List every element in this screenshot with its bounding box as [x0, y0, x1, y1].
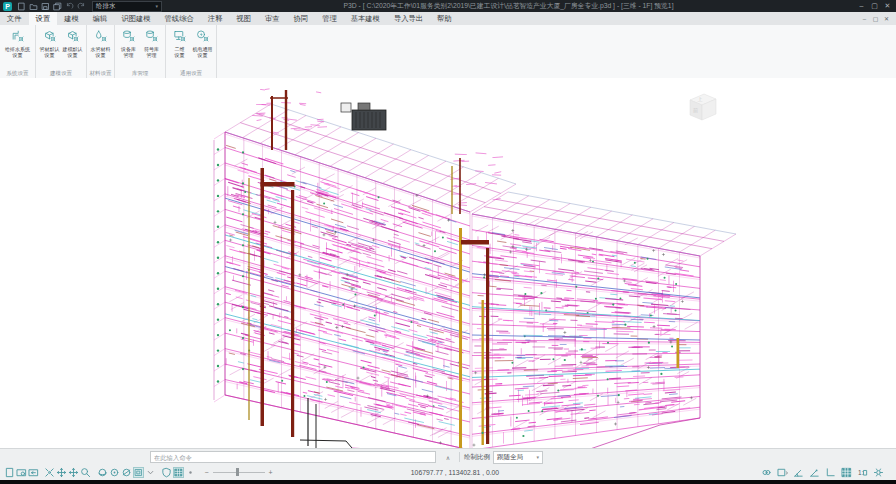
mep-general-settings-button[interactable]: 机电通用设置 [191, 27, 214, 59]
grid-mode-icon[interactable] [841, 467, 852, 478]
tab-drawing-modeling[interactable]: 识图建模 [114, 12, 157, 25]
orbit-icon[interactable] [97, 467, 108, 478]
tab-modeling[interactable]: 建模 [57, 12, 86, 25]
doc-close-button[interactable]: ✕ [881, 15, 892, 22]
open-file-icon[interactable] [28, 1, 38, 11]
2d-settings-button[interactable]: 二维设置 [168, 27, 191, 59]
zoom-out-button[interactable]: − [205, 469, 209, 476]
zoom-slider-track[interactable] [213, 472, 265, 473]
drawing-viewport[interactable]: 上前 [0, 78, 896, 448]
tab-settings[interactable]: 设置 [29, 12, 58, 25]
app-logo-icon: P [3, 2, 12, 11]
tab-file[interactable]: 文件 [0, 12, 29, 25]
bottom-strip [0, 480, 896, 484]
tab-pipeline-integration[interactable]: 管线综合 [158, 12, 201, 25]
zoom-slider-handle[interactable] [236, 468, 239, 476]
draw-scale-value: 跟随全局 [497, 453, 523, 462]
selection-cycling-icon[interactable] [777, 467, 788, 478]
doc-restore-button[interactable]: ▢ [870, 15, 881, 22]
tab-review[interactable]: 审查 [258, 12, 287, 25]
ribbon: 给排水系统设置系统设置管材默认设置建模默认设置建模设置水管材料设置材料设置设备库… [0, 25, 896, 79]
new-file-icon[interactable] [16, 1, 26, 11]
minimize-button[interactable]: – [855, 0, 868, 12]
save-all-icon[interactable] [52, 1, 62, 11]
shield-icon[interactable] [161, 467, 172, 478]
tab-edit[interactable]: 编辑 [86, 12, 115, 25]
zoom-slider[interactable]: − + [205, 469, 273, 476]
2d-settings-icon [173, 28, 186, 46]
tab-annotation[interactable]: 注释 [201, 12, 230, 25]
chevron-down-icon[interactable] [145, 467, 156, 478]
new-view-icon[interactable] [4, 467, 15, 478]
modeling-default-settings-button[interactable]: 建模默认设置 [61, 27, 84, 59]
button-label: 设置 [198, 52, 208, 58]
free-orbit-icon[interactable] [109, 467, 120, 478]
continuous-orbit-icon[interactable] [121, 467, 132, 478]
equipment-library-manage-icon [122, 28, 135, 46]
ribbon-group-label: 系统设置 [2, 68, 33, 78]
doc-minimize-button[interactable]: – [859, 16, 870, 22]
move-icon[interactable] [68, 467, 79, 478]
drafting-tools: 1: [758, 467, 886, 478]
zoom-previous-icon[interactable] [28, 467, 39, 478]
button-label: 管理 [147, 52, 157, 58]
svg-text:1:: 1: [858, 469, 864, 476]
object-snap-icon[interactable] [761, 467, 772, 478]
magnifier-icon[interactable] [80, 467, 91, 478]
button-label: 设置 [13, 52, 23, 58]
window-title: P3D - [ C:\2020年工作\01服务类别2\2019\已建工设计\品茗… [162, 1, 855, 11]
redo-icon[interactable] [76, 1, 86, 11]
equipment-library-manage-button[interactable]: 设备库管理 [117, 27, 140, 59]
svg-text:前: 前 [693, 107, 698, 113]
save-icon[interactable] [40, 1, 50, 11]
workspace-dropdown[interactable]: 给排水 ▾ [92, 1, 162, 12]
button-label: 设置 [45, 52, 55, 58]
zoom-extents-icon[interactable] [44, 467, 55, 478]
status-bar: − + 106797.77 , 113402.81 , 0.00 1: [0, 464, 896, 480]
pipe-material-settings-button[interactable]: 水管材料设置 [89, 27, 112, 59]
undo-icon[interactable] [64, 1, 74, 11]
document-window-controls: – ▢ ✕ [859, 12, 892, 25]
tab-help[interactable]: 帮助 [430, 12, 459, 25]
tab-import-export[interactable]: 导入导出 [387, 12, 430, 25]
pipe-default-settings-button[interactable]: 管材默认设置 [38, 27, 61, 59]
ribbon-group-label: 通用设置 [168, 68, 214, 78]
polar-tracking-icon[interactable] [809, 467, 820, 478]
draw-scale-label: 绘制比例 [464, 453, 490, 462]
close-button[interactable]: ✕ [881, 0, 894, 12]
tab-management[interactable]: 管理 [315, 12, 344, 25]
ribbon-group-system-settings: 给排水系统设置系统设置 [0, 25, 36, 78]
draw-scale-dropdown[interactable]: 跟随全局 ▾ [493, 451, 543, 464]
button-label: 管理 [124, 52, 134, 58]
settings-gear-icon[interactable] [873, 467, 884, 478]
command-input[interactable] [150, 451, 436, 463]
scale-ratio-icon[interactable]: 1: [857, 467, 868, 478]
ribbon-group-library-manage: 设备库管理符号库管理库管理 [115, 25, 166, 78]
drainage-system-settings-icon [11, 28, 24, 46]
symbol-library-manage-button[interactable]: 符号库管理 [140, 27, 163, 59]
pipe-default-settings-icon [43, 28, 56, 46]
svg-text:上: 上 [698, 96, 703, 102]
tab-view[interactable]: 视图 [229, 12, 258, 25]
view-cube[interactable]: 上前 [682, 88, 724, 130]
building-model[interactable] [0, 78, 896, 448]
button-label: 设置 [175, 52, 185, 58]
angle-snap-icon[interactable] [793, 467, 804, 478]
command-history-collapse-button[interactable]: ∧ [441, 454, 455, 461]
grid-display-icon[interactable] [173, 467, 184, 478]
view-style-icon[interactable] [133, 467, 144, 478]
tab-basic-modeling[interactable]: 基本建模 [344, 12, 387, 25]
zoom-window-icon[interactable] [16, 467, 27, 478]
ribbon-group-label: 库管理 [117, 68, 163, 78]
maximize-button[interactable]: ▢ [868, 0, 881, 12]
tab-collaboration[interactable]: 协同 [287, 12, 316, 25]
cursor-coordinates: 106797.77 , 113402.81 , 0.00 [360, 469, 550, 476]
ortho-mode-icon[interactable] [825, 467, 836, 478]
drainage-system-settings-button[interactable]: 给排水系统设置 [2, 27, 33, 59]
zoom-in-button[interactable]: + [269, 469, 273, 476]
ribbon-group-modeling-settings: 管材默认设置建模默认设置建模设置 [36, 25, 87, 78]
dot-indicator-icon[interactable] [185, 467, 196, 478]
pan-hand-icon[interactable] [56, 467, 67, 478]
ribbon-group-label: 材料设置 [89, 68, 112, 78]
ribbon-group-general-settings: 二维设置机电通用设置通用设置 [166, 25, 217, 78]
